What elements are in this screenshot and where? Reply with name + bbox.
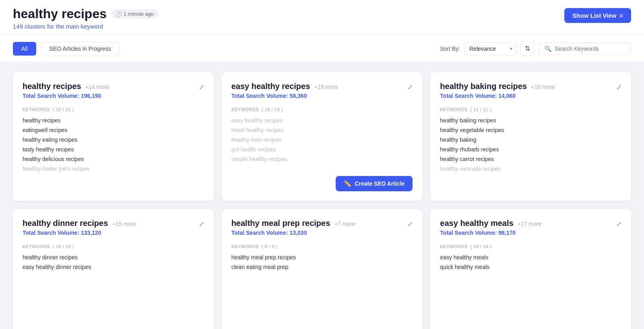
keyword-card-3: healthy baking recipes +10 more ⤢ Total … xyxy=(430,72,631,201)
card-header: easy healthy meals +17 more ⤢ xyxy=(440,219,621,228)
keyword-item: simple healthy recipes xyxy=(231,155,413,163)
expand-icon[interactable]: ⤢ xyxy=(199,220,204,228)
create-seo-article-label: Create SEO Article xyxy=(355,180,405,187)
keyword-item: healthy baking xyxy=(440,135,621,144)
card-title-group: healthy dinner recipes +15 more xyxy=(23,219,136,228)
show-list-view-button[interactable]: Show List View ≡ xyxy=(564,8,631,23)
sort-order-button[interactable]: ⇅ xyxy=(520,41,535,56)
card-title-more: +10 more xyxy=(531,84,555,90)
keyword-card-2: easy healthy recipes +18 more ⤢ Total Se… xyxy=(222,72,423,201)
search-icon: 🔍 xyxy=(545,46,551,52)
total-search-volume: Total Search Volume: 196,190 xyxy=(23,93,204,99)
card-header: healthy dinner recipes +15 more ⤢ xyxy=(23,219,204,228)
keyword-item: clean eating meal prep xyxy=(231,263,413,271)
sort-label: Sort By: xyxy=(440,46,460,52)
keyword-list: easy healthy recipesheart healthy recipe… xyxy=(231,116,413,163)
keyword-card-4: healthy dinner recipes +15 more ⤢ Total … xyxy=(13,209,214,329)
expand-icon[interactable]: ⤢ xyxy=(407,83,413,91)
list-view-icon: ≡ xyxy=(619,12,623,19)
expand-icon[interactable]: ⤢ xyxy=(407,220,413,228)
sort-select[interactable]: Relevance Volume Alphabetical xyxy=(464,42,516,55)
toolbar: All SEO Articles in Progress Sort By: Re… xyxy=(0,35,644,62)
keywords-label: KEYWORDS ( 18 / 18 ) xyxy=(440,244,621,249)
sort-select-wrapper: Relevance Volume Alphabetical xyxy=(464,42,516,55)
keyword-item: healthy carrot recipes xyxy=(440,155,621,163)
card-title-more: +17 more xyxy=(518,221,542,227)
card-title-group: easy healthy meals +17 more xyxy=(440,219,541,228)
keyword-list: healthy recipeseatingwell recipeshealthy… xyxy=(23,116,204,173)
card-title-more: +15 more xyxy=(112,221,136,227)
cluster-subtitle: 149 clusters for the main keyword xyxy=(13,23,158,30)
keyword-list: easy healthy mealsquick healthy meals xyxy=(440,253,621,271)
keyword-card-5: healthy meal prep recipes +7 more ⤢ Tota… xyxy=(222,209,423,329)
expand-icon[interactable]: ⤢ xyxy=(199,83,204,91)
header-left: healthy recipes 🕐 1 minute ago 149 clust… xyxy=(13,6,158,30)
main-content: healthy recipes +14 more ⤢ Total Search … xyxy=(0,62,644,329)
keyword-item: healthy eating recipes xyxy=(23,135,204,144)
keywords-label: KEYWORDS ( 8 / 8 ) xyxy=(231,244,413,249)
card-header: easy healthy recipes +18 more ⤢ xyxy=(231,82,413,91)
keyword-item: healthy vegetable recipes xyxy=(440,126,621,134)
keyword-item: healthy keto recipes xyxy=(231,135,413,144)
total-search-volume: Total Search Volume: 14,060 xyxy=(440,93,621,99)
keyword-list: healthy meal prep recipesclean eating me… xyxy=(231,253,413,271)
page-header: healthy recipes 🕐 1 minute ago 149 clust… xyxy=(0,0,644,35)
keyword-item: healthy delicious recipes xyxy=(23,155,204,163)
keyword-item: easy healthy meals xyxy=(440,253,621,262)
create-icon: ✏️ xyxy=(344,180,351,187)
keyword-item: tasty healthy recipes xyxy=(23,145,204,154)
keyword-list: healthy baking recipeshealthy vegetable … xyxy=(440,116,621,173)
keyword-item: healthy avocado recipes xyxy=(440,164,621,173)
card-header: healthy baking recipes +10 more ⤢ xyxy=(440,82,621,91)
create-seo-article-button[interactable]: ✏️ Create SEO Article xyxy=(336,176,413,191)
page-title: healthy recipes 🕐 1 minute ago xyxy=(13,6,158,21)
card-title-group: easy healthy recipes +18 more xyxy=(231,82,339,91)
timestamp-badge: 🕐 1 minute ago xyxy=(111,10,158,18)
filter-all-button[interactable]: All xyxy=(13,42,36,56)
card-title: healthy baking recipes xyxy=(440,82,527,91)
keyword-list: healthy dinner recipeseasy healthy dinne… xyxy=(23,253,204,271)
keyword-item: gut health recipes xyxy=(231,145,413,154)
filter-seo-articles-button[interactable]: SEO Articles in Progress xyxy=(41,42,120,56)
keyword-card-6: easy healthy meals +17 more ⤢ Total Sear… xyxy=(430,209,631,329)
card-title: easy healthy meals xyxy=(440,219,513,228)
total-search-volume: Total Search Volume: 133,120 xyxy=(23,230,204,236)
keyword-item: healthy trader joe's recipes xyxy=(23,164,204,173)
sort-section: Sort By: Relevance Volume Alphabetical ⇅… xyxy=(440,41,631,56)
card-title-group: healthy baking recipes +10 more xyxy=(440,82,555,91)
card-title: easy healthy recipes xyxy=(231,82,310,91)
card-title-group: healthy meal prep recipes +7 more xyxy=(231,219,355,228)
keywords-label: KEYWORDS ( 11 / 11 ) xyxy=(440,107,621,112)
total-search-volume: Total Search Volume: 58,360 xyxy=(231,93,413,99)
card-title: healthy recipes xyxy=(23,82,81,91)
card-title-more: +7 more xyxy=(334,221,355,227)
total-search-volume: Total Search Volume: 13,030 xyxy=(231,230,413,236)
keywords-label: KEYWORDS ( 16 / 16 ) xyxy=(23,244,204,249)
card-header: healthy meal prep recipes +7 more ⤢ xyxy=(231,219,413,228)
keyword-item: quick healthy meals xyxy=(440,263,621,271)
card-title-more: +18 more xyxy=(314,84,339,90)
keyword-item: eatingwell recipes xyxy=(23,126,204,134)
card-title: healthy meal prep recipes xyxy=(231,219,330,228)
keyword-card-1: healthy recipes +14 more ⤢ Total Search … xyxy=(13,72,214,201)
expand-icon[interactable]: ⤢ xyxy=(616,83,621,91)
keyword-item: healthy recipes xyxy=(23,116,204,125)
card-title-group: healthy recipes +14 more xyxy=(23,82,109,91)
keyword-item: healthy baking recipes xyxy=(440,116,621,125)
search-input[interactable] xyxy=(555,46,625,52)
card-header: healthy recipes +14 more ⤢ xyxy=(23,82,204,91)
total-search-volume: Total Search Volume: 98,170 xyxy=(440,230,621,236)
card-title-more: +14 more xyxy=(85,84,109,90)
keyword-item: easy healthy dinner recipes xyxy=(23,263,204,271)
keyword-item: easy healthy recipes xyxy=(231,116,413,125)
cards-grid: healthy recipes +14 more ⤢ Total Search … xyxy=(13,72,631,329)
sort-arrows-icon: ⇅ xyxy=(525,45,530,52)
keyword-item: healthy meal prep recipes xyxy=(231,253,413,262)
keyword-item: healthy dinner recipes xyxy=(23,253,204,262)
keyword-item: heart healthy recipes xyxy=(231,126,413,134)
search-box: 🔍 xyxy=(539,43,631,55)
keywords-label: KEYWORDS ( 15 / 15 ) xyxy=(23,107,204,112)
keywords-label: KEYWORDS ( 19 / 19 ) xyxy=(231,107,413,112)
expand-icon[interactable]: ⤢ xyxy=(616,220,621,228)
clock-icon: 🕐 xyxy=(116,11,122,17)
